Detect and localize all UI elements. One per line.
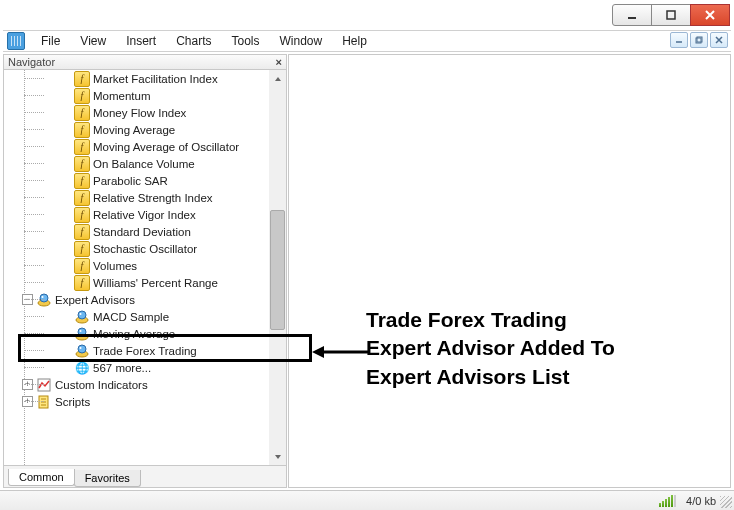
indicator-item[interactable]: Market Facilitation Index: [4, 70, 269, 87]
svg-point-12: [78, 328, 86, 336]
function-icon: [74, 190, 90, 206]
expert-advisor-icon: [74, 326, 90, 342]
scroll-up-icon[interactable]: [269, 70, 286, 87]
svg-point-6: [40, 294, 48, 302]
indicator-item[interactable]: Parabolic SAR: [4, 172, 269, 189]
indicator-item[interactable]: Moving Average: [4, 121, 269, 138]
tree-item-label: Standard Deviation: [93, 226, 191, 238]
tree-item-label: Market Facilitation Index: [93, 73, 218, 85]
function-icon: [74, 139, 90, 155]
mdi-restore-button[interactable]: [690, 32, 708, 48]
scroll-down-icon[interactable]: [269, 448, 286, 465]
function-icon: [74, 207, 90, 223]
navigator-scrollbar[interactable]: [269, 70, 286, 465]
navigator-title-label: Navigator: [8, 56, 55, 68]
function-icon: [74, 275, 90, 291]
indicator-item[interactable]: Money Flow Index: [4, 104, 269, 121]
tree-item-label: Williams' Percent Range: [93, 277, 218, 289]
indicator-item[interactable]: Williams' Percent Range: [4, 274, 269, 291]
indicator-item[interactable]: Momentum: [4, 87, 269, 104]
indicator-item[interactable]: Relative Vigor Index: [4, 206, 269, 223]
function-icon: [74, 105, 90, 121]
indicator-item[interactable]: Moving Average of Oscillator: [4, 138, 269, 155]
tab-common[interactable]: Common: [8, 469, 75, 486]
navigator-close-icon[interactable]: ×: [276, 56, 282, 68]
menu-view[interactable]: View: [70, 32, 116, 50]
tree-item-label: Scripts: [55, 396, 90, 408]
svg-point-10: [80, 313, 82, 315]
expand-icon[interactable]: +: [22, 396, 33, 407]
tree-item-label: Moving Average: [93, 124, 175, 136]
more-icon: 🌐: [74, 360, 90, 376]
svg-point-16: [80, 347, 82, 349]
expert-advisors-group[interactable]: −Expert Advisors: [4, 291, 269, 308]
script-icon: [36, 394, 52, 410]
mdi-close-button[interactable]: [710, 32, 728, 48]
svg-point-13: [80, 330, 82, 332]
custom-indicators-group[interactable]: +Custom Indicators: [4, 376, 269, 393]
status-bar: 4/0 kb: [0, 490, 734, 510]
mdi-window-controls: [668, 32, 728, 48]
scripts-group[interactable]: +Scripts: [4, 393, 269, 410]
tree-item-label: Volumes: [93, 260, 137, 272]
expert-advisor-item[interactable]: MACD Sample: [4, 308, 269, 325]
expert-advisor-item[interactable]: Trade Forex Trading: [4, 342, 269, 359]
function-icon: [74, 156, 90, 172]
function-icon: [74, 71, 90, 87]
navigator-tabs: Common Favorites: [3, 466, 287, 488]
tree-item-label: Money Flow Index: [93, 107, 186, 119]
indicator-item[interactable]: Volumes: [4, 257, 269, 274]
navigator-panel: Navigator × Market Facilitation IndexMom…: [3, 54, 287, 488]
tree-item-label: Relative Strength Index: [93, 192, 213, 204]
mdi-minimize-button[interactable]: [670, 32, 688, 48]
expand-icon[interactable]: +: [22, 379, 33, 390]
tree-item-label: Stochastic Oscillator: [93, 243, 197, 255]
tab-favorites[interactable]: Favorites: [74, 470, 141, 487]
tree-item-label: Parabolic SAR: [93, 175, 168, 187]
svg-point-15: [78, 345, 86, 353]
expand-icon[interactable]: −: [22, 294, 33, 305]
app-icon: [7, 32, 25, 50]
chart-area: [288, 54, 731, 488]
window-controls: [613, 4, 730, 26]
menu-help[interactable]: Help: [332, 32, 377, 50]
tree-item-label: Momentum: [93, 90, 151, 102]
expert-advisor-icon: [74, 343, 90, 359]
tree-item-label: 567 more...: [93, 362, 151, 374]
indicator-item[interactable]: Relative Strength Index: [4, 189, 269, 206]
indicator-item[interactable]: Standard Deviation: [4, 223, 269, 240]
close-button[interactable]: [690, 4, 730, 26]
function-icon: [74, 122, 90, 138]
menu-bar: File View Insert Charts Tools Window Hel…: [3, 30, 731, 52]
indicator-item[interactable]: On Balance Volume: [4, 155, 269, 172]
tree-item-label: Relative Vigor Index: [93, 209, 196, 221]
menu-file[interactable]: File: [31, 32, 70, 50]
custom-indicator-icon: [36, 377, 52, 393]
function-icon: [74, 258, 90, 274]
tree-item-label: Moving Average of Oscillator: [93, 141, 239, 153]
svg-point-7: [42, 296, 44, 298]
expert-advisor-icon: [74, 309, 90, 325]
svg-rect-18: [39, 396, 48, 408]
menu-insert[interactable]: Insert: [116, 32, 166, 50]
maximize-button[interactable]: [651, 4, 691, 26]
connection-bars-icon: [659, 495, 676, 507]
status-kb-label: 4/0 kb: [686, 495, 716, 507]
indicator-item[interactable]: Stochastic Oscillator: [4, 240, 269, 257]
menu-window[interactable]: Window: [270, 32, 333, 50]
navigator-body: Market Facilitation IndexMomentumMoney F…: [3, 70, 287, 466]
function-icon: [74, 173, 90, 189]
resize-grip-icon[interactable]: [720, 496, 732, 508]
ea-more-item[interactable]: 🌐567 more...: [4, 359, 269, 376]
menu-charts[interactable]: Charts: [166, 32, 221, 50]
navigator-tree[interactable]: Market Facilitation IndexMomentumMoney F…: [4, 70, 286, 465]
minimize-button[interactable]: [612, 4, 652, 26]
scroll-thumb[interactable]: [270, 210, 285, 330]
expert-advisor-item[interactable]: Moving Average: [4, 325, 269, 342]
menu-tools[interactable]: Tools: [222, 32, 270, 50]
navigator-titlebar: Navigator ×: [3, 54, 287, 70]
tree-item-label: Expert Advisors: [55, 294, 135, 306]
tree-item-label: On Balance Volume: [93, 158, 195, 170]
tree-item-label: MACD Sample: [93, 311, 169, 323]
svg-rect-1: [667, 11, 675, 19]
